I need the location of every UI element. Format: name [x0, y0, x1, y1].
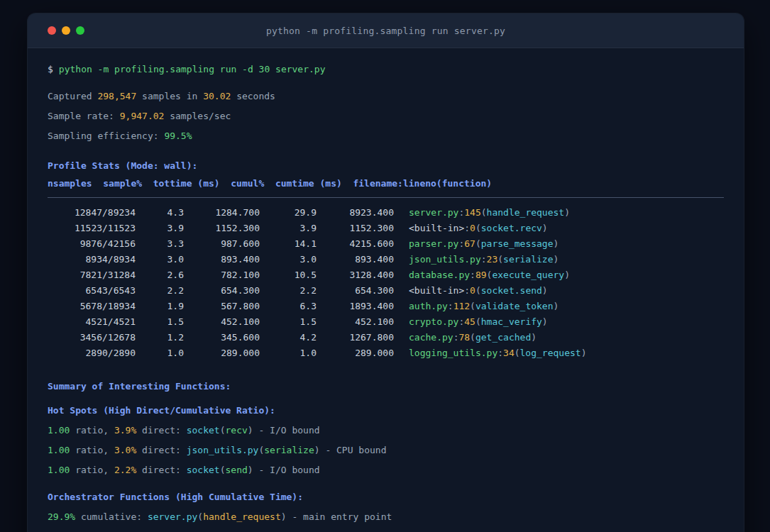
function-name: get_cached	[475, 332, 531, 343]
cell-nsamples: 12847/89234	[48, 205, 136, 221]
line-number: 89	[475, 270, 487, 280]
cell-tottime: 345.600	[184, 330, 260, 345]
cell-cumtime: 289.000	[317, 345, 394, 361]
filename: database.py	[409, 270, 470, 280]
command-line: $python -m profiling.sampling run -d 30 …	[48, 60, 724, 79]
cell-nsamples: 3456/12678	[48, 330, 136, 345]
cell-location: logging_utils.py:34(log_request)	[394, 345, 724, 361]
hot-spots-list: 1.00 ratio, 3.9% direct: socket(recv) - …	[48, 421, 724, 480]
stat-line: Sample rate: 9,947.02 samples/sec	[48, 106, 724, 126]
line-number: 34	[503, 348, 515, 358]
filename: <built-in>	[409, 285, 464, 296]
cell-sample_pct: 1.2	[136, 330, 184, 345]
line-number: 67	[464, 238, 475, 249]
hot-spots-heading: Hot Spots (High Direct/Cumulative Ratio)…	[48, 401, 724, 421]
cell-sample_pct: 1.9	[136, 299, 184, 314]
profile-table-row: 4521/45211.5452.1001.5452.100crypto.py:4…	[48, 314, 724, 330]
cell-tottime: 654.300	[184, 283, 260, 299]
terminal-output[interactable]: $python -m profiling.sampling run -d 30 …	[28, 48, 744, 532]
line-number: 23	[487, 254, 498, 265]
cell-cumul_pct: 3.0	[260, 252, 317, 267]
line-number: 45	[464, 316, 475, 327]
profile-table-row: 9876/421563.3987.60014.14215.600parser.p…	[48, 236, 724, 252]
titlebar[interactable]: python -m profiling.sampling run server.…	[28, 13, 744, 48]
function-name: parse_message	[481, 238, 554, 249]
orchestrator-line: 29.9% cumulative: server.py(handle_reque…	[48, 507, 724, 527]
cell-sample_pct: 3.3	[136, 236, 184, 252]
cell-sample_pct: 1.5	[136, 314, 184, 330]
cell-cumul_pct: 14.1	[260, 236, 317, 252]
cell-nsamples: 8934/8934	[48, 252, 136, 267]
profile-table-row: 5678/189341.9567.8006.31893.400auth.py:1…	[48, 299, 724, 314]
capture-stats: Captured 298,547 samples in 30.02 second…	[48, 87, 724, 146]
cell-location: database.py:89(execute_query)	[394, 267, 724, 283]
filename: server.py	[409, 207, 458, 218]
cell-tottime: 1152.300	[184, 221, 260, 236]
cell-cumul_pct: 6.3	[260, 299, 317, 314]
line-number: 0	[470, 223, 475, 233]
cell-tottime: 1284.700	[184, 205, 260, 221]
cell-sample_pct: 3.0	[136, 252, 184, 267]
filename: auth.py	[409, 301, 448, 311]
cell-tottime: 567.800	[184, 299, 260, 314]
terminal-window: python -m profiling.sampling run server.…	[27, 13, 744, 532]
orchestrator-line: 14.1% cumulative: parser.py(parse_messag…	[48, 527, 724, 532]
cell-tottime: 987.600	[184, 236, 260, 252]
cell-cumul_pct: 4.2	[260, 330, 317, 345]
filename: json_utils.py	[409, 254, 481, 265]
line-number: 0	[470, 285, 475, 296]
profile-table-row: 8934/89343.0893.4003.0893.400json_utils.…	[48, 252, 724, 267]
cell-cumul_pct: 29.9	[260, 205, 317, 221]
filename: <built-in>	[409, 223, 464, 233]
cell-sample_pct: 4.3	[136, 205, 184, 221]
cell-location: <built-in>:0(socket.recv)	[394, 221, 724, 236]
orchestrators-heading: Orchestrator Functions (High Cumulative …	[48, 487, 724, 507]
cell-nsamples: 4521/4521	[48, 314, 136, 330]
window-title: python -m profiling.sampling run server.…	[28, 26, 744, 36]
hot-spot-line: 1.00 ratio, 3.9% direct: socket(recv) - …	[48, 421, 724, 440]
function-name: socket.recv	[481, 223, 542, 233]
window-controls	[28, 26, 84, 35]
cell-tottime: 289.000	[184, 345, 260, 361]
table-columns-header: nsamples sample% tottime (ms) cumul% cum…	[48, 176, 724, 192]
filename: parser.py	[409, 238, 458, 249]
cell-cumtime: 1267.800	[317, 330, 394, 345]
cell-location: <built-in>:0(socket.send)	[394, 283, 724, 299]
cell-cumtime: 4215.600	[317, 236, 394, 252]
profile-table-row: 6543/65432.2654.3002.2654.300<built-in>:…	[48, 283, 724, 299]
cell-location: server.py:145(handle_request)	[394, 205, 724, 221]
command-text: python -m profiling.sampling run -d 30 s…	[59, 64, 326, 74]
cell-cumtime: 3128.400	[317, 267, 394, 283]
cell-tottime: 782.100	[184, 267, 260, 283]
profile-table-row: 3456/126781.2345.6004.21267.800cache.py:…	[48, 330, 724, 345]
profile-table-row: 7821/312842.6782.10010.53128.400database…	[48, 267, 724, 283]
function-name: validate_token	[475, 301, 554, 311]
summary-heading: Summary of Interesting Functions:	[48, 377, 724, 397]
hot-spot-line: 1.00 ratio, 2.2% direct: socket(send) - …	[48, 460, 724, 480]
function-name: hmac_verify	[481, 316, 542, 327]
profile-table-row: 2890/28901.0289.0001.0289.000logging_uti…	[48, 345, 724, 361]
function-name: handle_request	[487, 207, 565, 218]
cell-cumtime: 654.300	[317, 283, 394, 299]
cell-cumtime: 8923.400	[317, 205, 394, 221]
profile-table-row: 12847/892344.31284.70029.98923.400server…	[48, 205, 724, 221]
filename: logging_utils.py	[409, 348, 497, 358]
close-button[interactable]	[48, 26, 56, 35]
minimize-button[interactable]	[62, 26, 70, 35]
cell-nsamples: 6543/6543	[48, 283, 136, 299]
desktop-background: { "colors": { "background": "#0a0e19", "…	[0, 0, 770, 532]
cell-sample_pct: 2.2	[136, 283, 184, 299]
line-number: 112	[453, 301, 470, 311]
profile-table-row: 11523/115233.91152.3003.91152.300<built-…	[48, 221, 724, 236]
cell-location: parser.py:67(parse_message)	[394, 236, 724, 252]
cell-cumul_pct: 3.9	[260, 221, 317, 236]
cell-location: crypto.py:45(hmac_verify)	[394, 314, 724, 330]
maximize-button[interactable]	[76, 26, 84, 35]
function-name: serialize	[503, 254, 553, 265]
cell-cumtime: 452.100	[317, 314, 394, 330]
cell-sample_pct: 3.9	[136, 221, 184, 236]
table-divider	[48, 197, 724, 198]
cell-tottime: 452.100	[184, 314, 260, 330]
cell-cumul_pct: 1.5	[260, 314, 317, 330]
cell-nsamples: 9876/42156	[48, 236, 136, 252]
